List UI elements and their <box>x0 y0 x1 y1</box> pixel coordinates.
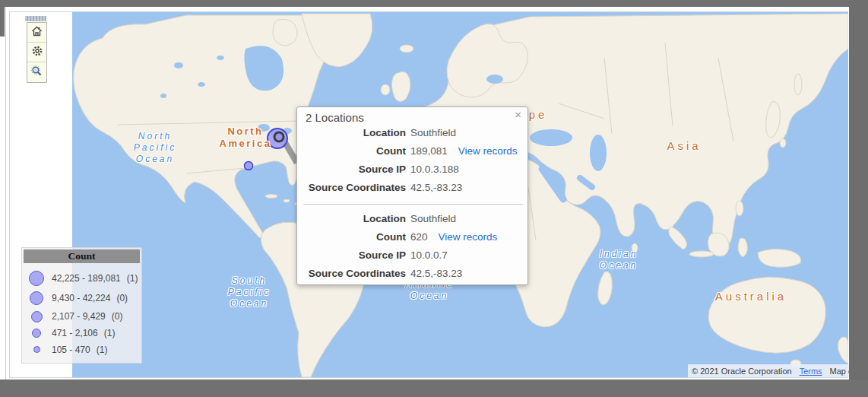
legend-item-label: 2,107 - 9,429(0) <box>52 311 122 322</box>
legend-panel[interactable]: Count 42,225 - 189,081(1) 9,430 - 42,224… <box>21 247 142 364</box>
field-value: Southfield <box>410 213 456 224</box>
close-icon[interactable]: × <box>515 109 521 121</box>
settings-button[interactable] <box>27 43 46 62</box>
field-value: 620 <box>410 231 428 243</box>
legend-item: 42,225 - 189,081(1) <box>27 271 141 286</box>
field-value: 42.5,-83.23 <box>410 268 462 279</box>
home-icon <box>30 25 43 40</box>
record-row: Source Coordinates 42.5,-83.23 <box>297 268 527 279</box>
field-value: 42.5,-83.23 <box>410 182 462 193</box>
terms-link[interactable]: Terms <box>800 367 822 376</box>
landmass-north-america <box>74 15 326 239</box>
field-value: Southfield <box>410 127 456 138</box>
field-value: 10.0.3.188 <box>410 164 459 175</box>
legend-bubble-icon <box>29 271 44 286</box>
popup-divider <box>303 204 523 205</box>
field-value: 189,081 <box>410 145 448 157</box>
window-frame-top <box>0 0 850 7</box>
caspian-sea <box>590 135 607 171</box>
legend-item-label: 471 - 2,106(1) <box>52 328 115 338</box>
record-row: Source IP 10.0.3.188 <box>297 164 527 175</box>
field-label: Count <box>297 145 406 157</box>
legend-item-label: 42,225 - 189,081(1) <box>52 273 138 284</box>
copyright-text: © 2021 Oracle Corporation <box>692 367 792 376</box>
map-attribution: © 2021 Oracle Corporation Terms Map data <box>688 364 849 377</box>
legend-item: 9,430 - 42,224(0) <box>27 291 141 305</box>
record-row: Location Southfield <box>297 127 527 138</box>
legend-title: Count <box>24 249 140 263</box>
legend-bubble-icon <box>33 346 40 353</box>
field-label: Source IP <box>297 164 406 175</box>
legend-item: 471 - 2,106(1) <box>27 328 141 338</box>
content-left-border <box>5 7 6 380</box>
popup-title: 2 Locations <box>306 111 364 124</box>
field-label: Count <box>297 231 406 243</box>
view-records-link[interactable]: View records <box>458 145 518 157</box>
field-label: Location <box>297 127 406 138</box>
map-toolbar <box>27 22 47 83</box>
gear-icon <box>31 45 43 60</box>
location-info-popup: 2 Locations × Location Southfield Count … <box>296 106 528 285</box>
legend-bubble-icon <box>30 291 43 305</box>
window-frame-corner <box>0 0 5 37</box>
field-label: Source IP <box>297 249 406 261</box>
window-frame-right <box>849 0 868 397</box>
legend-bubble-icon <box>32 329 41 338</box>
record-row: Source IP 10.0.0.7 <box>297 249 527 261</box>
app-window: NorthPacificOcean SouthPacificOcean Atla… <box>0 0 868 397</box>
legend-bubble-icon <box>31 311 43 322</box>
marker-small-point[interactable] <box>245 162 253 170</box>
legend-item-label: 105 - 470(1) <box>52 345 107 355</box>
toolbar-drag-handle[interactable] <box>25 16 46 21</box>
zoom-to-fit-button[interactable] <box>27 62 46 82</box>
landmass-australia <box>708 277 825 353</box>
record-row: Source Coordinates 42.5,-83.23 <box>297 182 527 193</box>
record-row: Count 620 View records <box>297 231 527 243</box>
field-value: 10.0.0.7 <box>410 249 448 261</box>
field-label: Location <box>297 213 406 224</box>
record-row: Count 189,081 View records <box>297 145 527 157</box>
legend-item: 105 - 470(1) <box>27 345 141 355</box>
field-label: Source Coordinates <box>297 268 406 279</box>
field-label: Source Coordinates <box>297 182 406 193</box>
window-frame-bottom <box>0 380 868 397</box>
legend-item: 2,107 - 9,429(0) <box>27 311 141 322</box>
legend-item-label: 9,430 - 42,224(0) <box>52 293 128 303</box>
home-button[interactable] <box>27 23 46 43</box>
black-sea <box>530 129 572 146</box>
legend-items: 42,225 - 189,081(1) 9,430 - 42,224(0) 2,… <box>22 265 141 360</box>
map-data-text: Map data <box>830 367 849 376</box>
marker-cluster-selected[interactable] <box>274 132 284 141</box>
view-records-link[interactable]: View records <box>439 231 498 243</box>
record-row: Location Southfield <box>297 213 527 224</box>
magnifier-icon <box>30 65 43 80</box>
